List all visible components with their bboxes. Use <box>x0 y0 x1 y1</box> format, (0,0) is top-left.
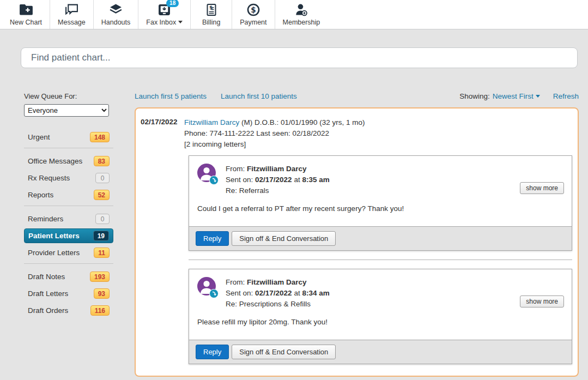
message-from-name: Fitzwilliam Darcy <box>247 165 307 173</box>
queue-sidebar: View Queue For: Everyone Urgent 148 Offi… <box>24 92 113 320</box>
sidebar-item-reports[interactable]: Reports 52 <box>24 188 113 202</box>
reply-button[interactable]: Reply <box>196 345 229 359</box>
signoff-end-conversation-button[interactable]: Sign off & End Conversation <box>232 345 336 359</box>
queue-count-badge: 52 <box>94 190 110 200</box>
toolbar-item-message[interactable]: Message <box>50 0 93 29</box>
message-separator <box>189 260 572 260</box>
queue-item-label: Draft Orders <box>28 306 68 315</box>
sidebar-item-urgent[interactable]: Urgent 148 <box>24 130 113 144</box>
message-sent-date: 02/17/2022 <box>255 289 292 297</box>
launch-first-10-link[interactable]: Launch first 10 patients <box>221 92 297 100</box>
sort-order-dropdown[interactable]: Newest First <box>493 92 540 100</box>
sidebar-divider <box>24 206 113 206</box>
patient-avatar <box>197 164 220 186</box>
show-more-button[interactable]: show more <box>520 182 564 194</box>
toolbar-label: Handouts <box>101 19 131 26</box>
message-body: Please refill my lipitor 20mg. Thank you… <box>197 318 564 326</box>
queue-count-badge: 11 <box>94 248 110 258</box>
message-sent-line: Sent on: 02/17/2022 at 8:35 am <box>226 174 330 185</box>
queue-count-badge: 93 <box>94 288 110 299</box>
message-header: From: Fitzwilliam Darcy Sent on: 02/17/2… <box>197 277 564 310</box>
toolbar-label: Message <box>58 19 86 26</box>
caret-down-icon <box>178 21 183 23</box>
message-sent-line: Sent on: 02/17/2022 at 8:34 am <box>226 288 330 299</box>
queue-count-badge: 83 <box>94 156 110 166</box>
content-area: View Queue For: Everyone Urgent 148 Offi… <box>0 68 588 377</box>
sidebar-divider <box>24 148 113 148</box>
reply-button[interactable]: Reply <box>196 231 229 246</box>
message-from-line: From: Fitzwilliam Darcy <box>226 277 330 288</box>
queue-item-label: Reports <box>28 191 53 199</box>
view-queue-for-label: View Queue For: <box>24 92 113 100</box>
toolbar-item-billing[interactable]: $ Billing <box>190 0 232 29</box>
membership-icon <box>294 3 308 17</box>
message-icon <box>65 3 78 17</box>
queue-count-badge: 148 <box>90 132 110 142</box>
incoming-arrow-icon <box>209 289 219 298</box>
incoming-arrow-icon <box>209 176 219 185</box>
message-content: From: Fitzwilliam Darcy Sent on: 02/17/2… <box>189 269 572 340</box>
queue-item-label: Rx Requests <box>28 174 70 182</box>
message-card: From: Fitzwilliam Darcy Sent on: 02/17/2… <box>189 269 572 364</box>
sidebar-item-reminders[interactable]: Reminders 0 <box>24 212 113 226</box>
message-body: Could I get a referral to PT after my re… <box>197 204 564 213</box>
sidebar-item-draft-orders[interactable]: Draft Orders 116 <box>24 303 113 318</box>
queue-count-badge: 193 <box>90 272 110 282</box>
signoff-end-conversation-button[interactable]: Sign off & End Conversation <box>232 231 336 246</box>
search-input[interactable] <box>21 47 578 68</box>
refresh-link[interactable]: Refresh <box>553 92 579 100</box>
queue-owner-select[interactable]: Everyone <box>24 104 109 117</box>
handouts-icon <box>109 3 123 17</box>
queue-count-badge: 116 <box>90 305 110 316</box>
queue-item-label: Reminders <box>28 215 63 223</box>
message-sent-time: 8:34 am <box>302 289 329 297</box>
toolbar-item-new-chart[interactable]: New Chart <box>2 0 50 29</box>
message-sent-time: 8:35 am <box>302 176 329 184</box>
list-controls: Launch first 5 patients Launch first 10 … <box>135 92 579 100</box>
messages: From: Fitzwilliam Darcy Sent on: 02/17/2… <box>189 155 572 364</box>
svg-text:$: $ <box>251 5 256 14</box>
main-panel: Launch first 5 patients Launch first 10 … <box>135 92 579 377</box>
toolbar-label: Fax Inbox <box>146 19 183 26</box>
patient-phone-lastseen: Phone: 774-111-2222 Last seen: 02/18/202… <box>184 128 572 139</box>
queue-count-badge: 0 <box>95 173 110 183</box>
sidebar-item-draft-letters[interactable]: Draft Letters 93 <box>24 286 113 301</box>
toolbar-item-handouts[interactable]: Handouts <box>93 0 138 29</box>
patient-name-link[interactable]: Fitzwilliam Darcy <box>184 118 239 126</box>
incoming-letters-count: [2 incoming letters] <box>184 139 572 150</box>
sidebar-item-office-messages[interactable]: Office Messages 83 <box>24 154 113 168</box>
queue-count-badge: 0 <box>95 214 110 224</box>
launch-first-5-link[interactable]: Launch first 5 patients <box>135 92 207 100</box>
message-footer: Reply Sign off & End Conversation <box>189 340 572 364</box>
queue-item-label: Draft Notes <box>28 273 65 281</box>
show-more-button[interactable]: show more <box>520 295 564 307</box>
patient-demographics: (M) D.O.B.: 01/01/1990 (32 yrs, 1 mo) <box>241 118 365 126</box>
showing-label: Showing: <box>459 92 490 100</box>
toolbar-label: Payment <box>240 19 266 26</box>
queue-count-badge: 19 <box>93 231 109 241</box>
toolbar-item-fax-inbox[interactable]: 18 Fax Inbox <box>138 0 190 29</box>
toolbar-item-membership[interactable]: Membership <box>275 0 328 29</box>
message-footer: Reply Sign off & End Conversation <box>189 226 572 250</box>
billing-icon: $ <box>205 3 218 17</box>
toolbar-label: Billing <box>202 19 220 26</box>
payment-icon: $ <box>247 3 260 17</box>
queue-item-label: Office Messages <box>28 157 82 165</box>
patient-header: Fitzwilliam Darcy (M) D.O.B.: 01/01/1990… <box>184 117 572 128</box>
message-from-name: Fitzwilliam Darcy <box>247 278 307 286</box>
toolbar-item-payment[interactable]: $ Payment <box>232 0 274 29</box>
message-sent-date: 02/17/2022 <box>255 176 292 184</box>
fax-inbox-icon: 18 <box>157 3 171 17</box>
search-bar-row <box>0 29 588 68</box>
sidebar-item-rx-requests[interactable]: Rx Requests 0 <box>24 171 113 185</box>
toolbar-label: New Chart <box>10 19 42 26</box>
new-chart-icon <box>19 3 33 17</box>
toolbar-label: Membership <box>283 19 320 26</box>
sidebar-item-patient-letters[interactable]: Patient Letters 19 <box>24 228 113 243</box>
queue-item-label: Draft Letters <box>28 289 68 298</box>
top-toolbar: New Chart Message Handouts <box>0 0 588 29</box>
sidebar-item-provider-letters[interactable]: Provider Letters 11 <box>24 245 113 260</box>
message-re-line: Re: Referrals <box>226 185 330 196</box>
sidebar-item-draft-notes[interactable]: Draft Notes 193 <box>24 269 113 284</box>
queue-item-label: Patient Letters <box>28 232 80 240</box>
